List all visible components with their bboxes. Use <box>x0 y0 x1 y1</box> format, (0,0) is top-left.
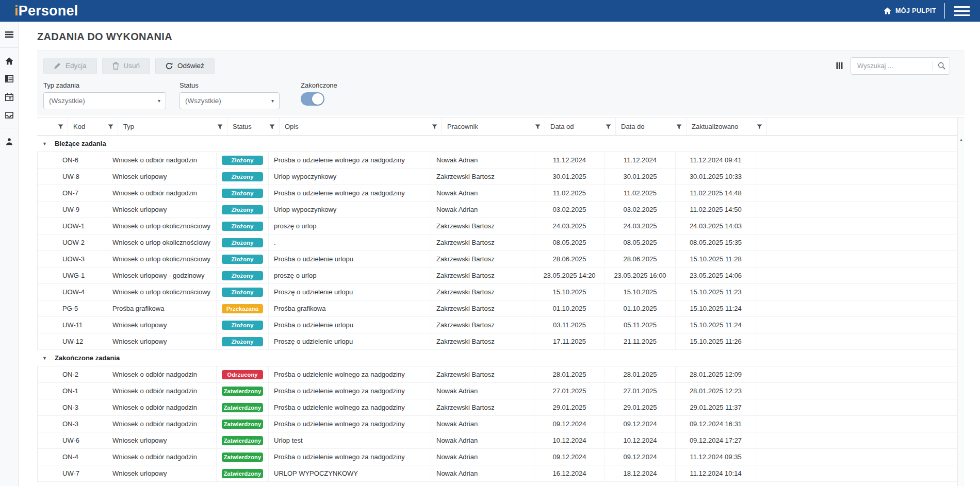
cell-kod: ON-6 <box>57 152 107 169</box>
status-value: (Wszystkie) <box>185 97 221 105</box>
cell-data_do: 11.12.2024 <box>605 152 676 169</box>
sidebar-item-inbox[interactable] <box>0 108 19 122</box>
search-button[interactable] <box>933 62 950 70</box>
column-header-data_od[interactable]: Data od <box>545 118 616 135</box>
column-header-data_do[interactable]: Data do <box>616 118 687 135</box>
cell-opis: Prośba o udzielenie wolnego za nadgodzin… <box>269 383 431 399</box>
cell-zaktualizowano: 09.12.2024 16:31 <box>676 416 756 432</box>
cell-buttons <box>38 399 57 416</box>
tasks-grid: KodTypStatusOpisPracownikData odData doZ… <box>37 118 957 486</box>
sidebar-item-home[interactable] <box>0 54 19 68</box>
cell-status: Zatwierdzony <box>217 449 269 465</box>
column-header-buttons[interactable] <box>48 118 68 135</box>
filter-icon[interactable] <box>432 124 437 129</box>
task-type-label: Typ zadania <box>43 81 166 89</box>
column-header-status[interactable]: Status <box>227 118 280 135</box>
completed-toggle[interactable] <box>301 92 324 106</box>
filter-icon[interactable] <box>535 124 541 129</box>
toolbar-buttons: Edycja Usuń <box>43 58 215 74</box>
table-row[interactable]: UW-8Wniosek urlopowyZłożonyUrlop wypoczy… <box>37 169 957 185</box>
table-row[interactable]: ON-7Wniosek o odbiór nadgodzinZłożonyPro… <box>37 185 957 202</box>
filter-icon[interactable] <box>58 124 63 129</box>
table-row[interactable]: UOW-4Wniosek o urlop okolicznościowyZłoż… <box>37 284 957 300</box>
cell-filler <box>756 152 957 169</box>
cell-data_do: 09.12.2024 <box>605 416 676 432</box>
filter-status: Status (Wszystkie) ▾ <box>179 81 280 109</box>
table-row[interactable]: PG-5Prośba grafikowaPrzekazanaProśba gra… <box>37 300 957 317</box>
cell-filler <box>756 465 957 482</box>
table-row[interactable]: UOW-2Wniosek o urlop okolicznościowyZłoż… <box>37 234 957 251</box>
status-badge: Złożony <box>222 222 263 231</box>
table-row[interactable]: UW-7Wniosek urlopowyZatwierdzonyURLOP WY… <box>37 465 957 482</box>
cell-typ: Wniosek urlopowy <box>107 202 217 218</box>
table-row[interactable]: ON-1Wniosek o odbiór nadgodzinZatwierdzo… <box>37 383 957 399</box>
table-row[interactable]: ON-2Wniosek o odbiór nadgodzinOdrzuconyP… <box>37 366 957 383</box>
cell-zaktualizowano: 15.10.2025 11:24 <box>676 300 756 317</box>
table-row[interactable]: UOW-1Wniosek o urlop okolicznościowyZłoż… <box>37 218 957 234</box>
table-row[interactable]: ON-3Wniosek o odbiór nadgodzinZatwierdzo… <box>37 399 957 416</box>
cell-data_do: 05.11.2025 <box>605 317 676 333</box>
table-row[interactable]: UW-12Wniosek urlopowyZłożonyProszę o udz… <box>37 333 957 350</box>
refresh-button[interactable]: Odśwież <box>155 58 215 74</box>
column-header-opis[interactable]: Opis <box>280 118 442 135</box>
collapse-icon[interactable]: ▼ <box>42 356 47 361</box>
scroll-up-icon[interactable]: ▲ <box>959 138 963 142</box>
table-row[interactable]: ON-3Wniosek o odbiór nadgodzinZatwierdzo… <box>37 416 957 432</box>
cell-filler <box>756 234 957 251</box>
cell-typ: Wniosek o odbiór nadgodzin <box>107 152 217 169</box>
cell-pracownik: Nowak Adrian <box>431 202 534 218</box>
filter-icon[interactable] <box>217 124 223 129</box>
column-chooser-icon[interactable] <box>836 62 843 69</box>
column-header-pracownik[interactable]: Pracownik <box>442 118 545 135</box>
group-row[interactable]: ▼Bieżące zadania <box>37 136 957 152</box>
cell-status: Złożony <box>217 202 269 218</box>
topbar-right: MÓJ PULPIT <box>884 3 971 19</box>
delete-button[interactable]: Usuń <box>102 58 151 74</box>
table-row[interactable]: UOW-3Wniosek o urlop okolicznościowyZłoż… <box>37 251 957 267</box>
table-row[interactable]: UW-6Wniosek urlopowyZatwierdzonyUrlop te… <box>37 432 957 449</box>
cell-pracownik: Zakrzewski Bartosz <box>431 234 534 251</box>
sidebar-item-calendar[interactable] <box>0 90 19 104</box>
vertical-scrollbar[interactable]: ▲ <box>957 118 965 486</box>
cell-data_od: 16.12.2024 <box>534 465 605 482</box>
cell-status: Zatwierdzony <box>217 383 269 399</box>
column-header-typ[interactable]: Typ <box>118 118 227 135</box>
sidebar-divider <box>0 128 19 128</box>
edit-button[interactable]: Edycja <box>43 58 97 74</box>
cell-filler <box>756 267 957 284</box>
table-row[interactable]: UW-9Wniosek urlopowyZłożonyUrlop wypoczy… <box>37 202 957 218</box>
search-input[interactable] <box>856 61 933 70</box>
filter-icon[interactable] <box>269 124 275 129</box>
collapse-icon[interactable]: ▼ <box>42 141 47 146</box>
cell-data_od: 29.01.2025 <box>534 399 605 416</box>
sidebar-menu-icon[interactable] <box>0 28 19 41</box>
table-row[interactable]: ON-6Wniosek o odbiór nadgodzinZłożonyPro… <box>37 152 957 169</box>
grid-body: ▼Bieżące zadaniaON-6Wniosek o odbiór nad… <box>37 136 957 482</box>
app-logo[interactable]: iPersonel <box>14 4 78 18</box>
column-caption: Kod <box>73 123 85 130</box>
cell-data_od: 10.12.2024 <box>534 432 605 449</box>
task-type-select[interactable]: (Wszystkie) ▾ <box>43 92 166 109</box>
group-row[interactable]: ▼Zakończone zadania <box>37 350 957 366</box>
cell-typ: Wniosek urlopowy <box>107 465 217 482</box>
toggle-knob <box>312 93 323 105</box>
table-row[interactable]: UW-11Wniosek urlopowyZłożonyProśba o udz… <box>37 317 957 333</box>
cell-status: Zatwierdzony <box>217 465 269 482</box>
table-row[interactable]: UWG-1Wniosek urlopowy - godzinowyZłożony… <box>37 267 957 284</box>
search-icon <box>938 62 945 70</box>
table-row[interactable]: ON-4Wniosek o odbiór nadgodzinZatwierdzo… <box>37 449 957 465</box>
column-header-zaktualizowano[interactable]: Zaktualizowano <box>687 118 767 135</box>
filter-icon[interactable] <box>676 124 682 129</box>
cell-filler <box>756 366 957 383</box>
status-select[interactable]: (Wszystkie) ▾ <box>179 92 280 109</box>
filter-icon[interactable] <box>757 124 762 129</box>
cell-pracownik: Nowak Adrian <box>431 383 534 399</box>
sidebar-item-list[interactable] <box>0 72 19 86</box>
cell-typ: Wniosek o urlop okolicznościowy <box>107 284 217 300</box>
column-header-kod[interactable]: Kod <box>68 118 118 135</box>
filter-icon[interactable] <box>606 124 611 129</box>
sidebar-item-user[interactable] <box>0 135 19 148</box>
menu-toggle-icon[interactable] <box>953 5 971 18</box>
my-desktop-button[interactable]: MÓJ PULPIT <box>884 7 936 14</box>
filter-icon[interactable] <box>108 124 113 129</box>
